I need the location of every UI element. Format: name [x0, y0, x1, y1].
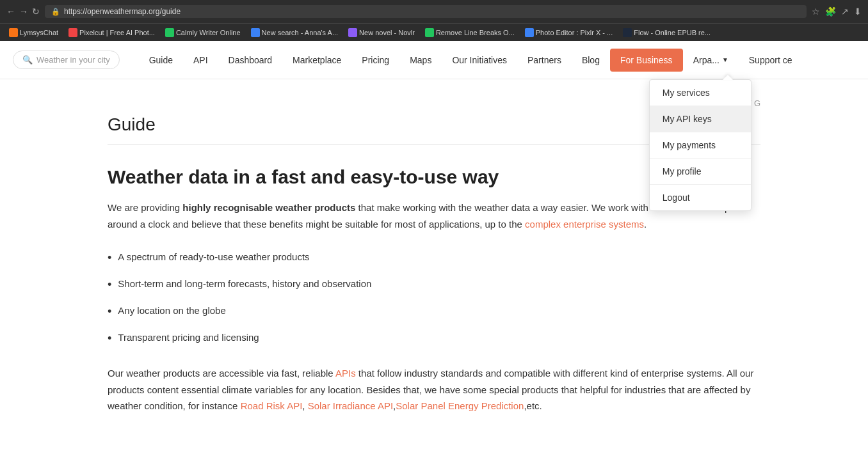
- bookmark-favicon-pixelcut: [68, 28, 77, 37]
- nav-link-dashboard[interactable]: Dashboard: [218, 41, 283, 79]
- search-icon: 🔍: [22, 55, 33, 65]
- nav-link-for-business[interactable]: For Business: [610, 49, 683, 72]
- download-icon[interactable]: ⬇: [854, 6, 862, 17]
- dropdown-item-my-payments[interactable]: My payments: [650, 132, 751, 159]
- description-bold: highly recognisable weather products: [182, 202, 355, 213]
- description-link[interactable]: complex enterprise systems: [525, 219, 644, 230]
- bullet-item-2: Any location on the globe: [108, 299, 760, 325]
- bullet-list: A spectrum of ready-to-use weather produ…: [108, 245, 760, 352]
- nav-link-blog[interactable]: Blog: [572, 41, 610, 79]
- bookmark-adobe[interactable]: New search - Anna's A...: [247, 27, 342, 38]
- bullet-item-0: A spectrum of ready-to-use weather produ…: [108, 245, 760, 272]
- bookmark-label-flow: Flow - Online EPUB re...: [634, 29, 711, 36]
- bookmark-lymsyschat[interactable]: LymsysChat: [5, 27, 62, 38]
- browser-nav-icons[interactable]: ← → ↻: [6, 6, 40, 17]
- nav-link-support[interactable]: Support ce: [739, 41, 803, 79]
- bookmark-label-adobe: New search - Anna's A...: [262, 29, 339, 36]
- dropdown-arrow: [723, 75, 733, 80]
- bottom-link-apis[interactable]: APIs: [335, 368, 356, 379]
- share-icon[interactable]: ↗: [841, 6, 849, 17]
- bookmark-favicon-lymsyschat: [9, 28, 18, 37]
- bookmark-favicon-remove-linebreaks: [425, 28, 434, 37]
- search-placeholder-text: Weather in your city: [36, 55, 110, 65]
- bullet-text-2: Any location on the globe: [118, 304, 225, 318]
- lock-icon: 🔒: [51, 8, 60, 16]
- nav-link-partners[interactable]: Partners: [517, 41, 572, 79]
- bottom-link-road-risk[interactable]: Road Risk API: [241, 400, 303, 411]
- extensions-icon[interactable]: 🧩: [825, 6, 836, 17]
- bookmark-label-lymsyschat: LymsysChat: [20, 29, 58, 36]
- url-text: https://openweathermap.org/guide: [64, 7, 181, 16]
- bottom-sep1: ,: [302, 400, 307, 411]
- bookmark-novlr[interactable]: New novel - Novlr: [344, 27, 419, 38]
- dropdown-item-my-api-keys[interactable]: My API keys: [650, 106, 751, 132]
- bookmark-favicon-flow: [623, 28, 632, 37]
- navbar: 🔍 Weather in your city Guide API Dashboa…: [0, 41, 868, 79]
- browser-action-icons[interactable]: ☆ 🧩 ↗ ⬇: [812, 6, 862, 17]
- bookmark-pixelcut[interactable]: Pixelcut | Free AI Phot...: [65, 27, 159, 38]
- description-part1: We are providing: [108, 202, 182, 213]
- chevron-down-icon: ▼: [722, 56, 728, 63]
- nav-link-marketplace[interactable]: Marketplace: [282, 41, 351, 79]
- arpa-label: Arpa...: [693, 55, 719, 65]
- bottom-text-part3: ,etc.: [524, 400, 542, 411]
- bullet-text-3: Transparent pricing and licensing: [118, 331, 259, 345]
- dropdown-item-my-profile[interactable]: My profile: [650, 159, 751, 185]
- bottom-text-part1: Our weather products are accessible via …: [108, 368, 335, 379]
- nav-link-api[interactable]: API: [183, 41, 218, 79]
- bookmark-label-remove-linebreaks: Remove Line Breaks O...: [436, 29, 515, 36]
- address-bar[interactable]: 🔒 https://openweathermap.org/guide: [45, 5, 807, 18]
- bottom-link-solar-panel[interactable]: Solar Panel Energy Prediction: [396, 400, 524, 411]
- bookmark-favicon-pixlr: [525, 28, 534, 37]
- bookmark-star-icon[interactable]: ☆: [812, 6, 820, 17]
- nav-link-pricing[interactable]: Pricing: [351, 41, 399, 79]
- bottom-link-solar-irradiance[interactable]: Solar Irradiance API: [308, 400, 393, 411]
- dropdown-item-logout[interactable]: Logout: [650, 185, 751, 210]
- back-icon[interactable]: ←: [6, 6, 15, 17]
- bookmark-remove-linebreaks[interactable]: Remove Line Breaks O...: [421, 27, 518, 38]
- refresh-icon[interactable]: ↻: [32, 6, 40, 17]
- forward-icon[interactable]: →: [19, 6, 28, 17]
- bottom-description: Our weather products are accessible via …: [108, 365, 760, 414]
- description-end: .: [644, 219, 647, 230]
- dropdown-item-my-services[interactable]: My services: [650, 80, 751, 106]
- bullet-text-0: A spectrum of ready-to-use weather produ…: [118, 250, 309, 265]
- bookmarks-bar: LymsysChat Pixelcut | Free AI Phot... Ca…: [0, 23, 868, 41]
- bookmark-label-pixelcut: Pixelcut | Free AI Phot...: [79, 29, 155, 36]
- arpa-dropdown-menu: My services My API keys My payments My p…: [649, 79, 751, 211]
- bookmark-label-calmly: Calmly Writer Online: [176, 29, 241, 36]
- bookmark-pixlr[interactable]: Photo Editor : Pixlr X - ...: [521, 27, 616, 38]
- bullet-item-3: Transparent pricing and licensing: [108, 325, 760, 352]
- browser-chrome: ← → ↻ 🔒 https://openweathermap.org/guide…: [0, 0, 868, 23]
- nav-link-maps[interactable]: Maps: [399, 41, 442, 79]
- bookmark-label-novlr: New novel - Novlr: [359, 29, 415, 36]
- breadcrumb-current: G: [754, 98, 760, 108]
- bullet-text-1: Short-term and long-term forecasts, hist…: [118, 277, 371, 292]
- bookmark-calmly[interactable]: Calmly Writer Online: [161, 27, 245, 38]
- nav-link-our-initiatives[interactable]: Our Initiatives: [442, 41, 517, 79]
- bullet-item-1: Short-term and long-term forecasts, hist…: [108, 272, 760, 299]
- nav-search[interactable]: 🔍 Weather in your city: [13, 51, 120, 69]
- arpa-dropdown-container: Arpa... ▼ My services My API keys My pay…: [683, 41, 739, 79]
- nav-link-arpa[interactable]: Arpa... ▼: [683, 41, 739, 79]
- nav-link-guide[interactable]: Guide: [139, 41, 183, 79]
- bookmark-favicon-adobe: [251, 28, 260, 37]
- nav-links: Guide API Dashboard Marketplace Pricing …: [139, 41, 855, 79]
- bookmark-label-pixlr: Photo Editor : Pixlr X - ...: [536, 29, 613, 36]
- bookmark-favicon-novlr: [348, 28, 357, 37]
- bookmark-flow[interactable]: Flow - Online EPUB re...: [619, 27, 714, 38]
- bookmark-favicon-calmly: [165, 28, 174, 37]
